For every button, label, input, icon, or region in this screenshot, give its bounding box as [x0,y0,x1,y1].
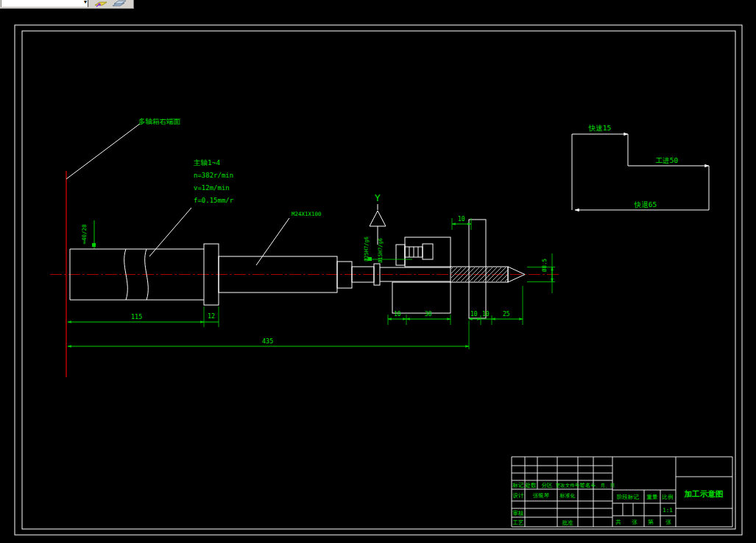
tb-rev-sign: 签名 [580,482,591,488]
section-letter: Y [375,192,381,203]
sheet-border [15,25,742,535]
spindle-note-1: 主轴1~4 [194,158,220,167]
tb-rev-zone: 分区 [542,482,554,488]
dim-38: 38 [425,311,432,318]
feed-cycle-diagram: 快速15 工进50 快退65 [572,124,709,210]
tb-scale-label: 比例 [663,494,674,500]
tb-drawing-title: 加工示意图 [684,489,724,498]
tb-scale-value: 1:1 [663,507,673,514]
face-label: 多轴箱右端面 [138,117,181,125]
tb-rev-count: 处数 [525,482,537,488]
jig-bottom-block [392,282,451,313]
dropdown-caret-icon[interactable]: ▾ [84,0,87,6]
dim-left-bore: ≈40/28 [81,224,88,245]
clamp-bracket [396,245,405,265]
jig-top-block [405,237,451,267]
dim-435: 435 [262,337,273,345]
dim-25: 25 [503,311,510,318]
tb-sheet-unit1: 张 [632,519,637,525]
section-arrow: Y [370,192,386,245]
tb-process-label: 工艺 [513,519,525,526]
tb-design-label: 设计 [513,492,525,499]
tb-approve-label: 批准 [562,519,574,526]
spindle-note-2: n=382r/min [194,172,233,179]
drawing-canvas[interactable]: Y 多轴箱右端面 主轴1~4 n=382r/min v=12m/min f=0.… [0,0,756,543]
dim-10-b: 10 [470,311,478,318]
spindle-note-4: f=0.15mm/r [194,197,234,204]
tb-rev-date: 年、月、日 [591,483,615,488]
tb-weight-label: 重量 [647,494,659,500]
dim-drill-dia: Ø8.5 [541,259,548,272]
thread-label: M24X1X100 [292,211,322,217]
tb-sheet-no-label: 第 [648,519,654,525]
toolbar-fragment: ▾ [0,0,134,9]
dim-12: 12 [208,312,215,320]
tb-stage-mark-label: 阶段标记 [617,494,640,500]
tb-sheet-unit2: 张 [665,519,671,525]
tb-check-label: 审核 [513,510,525,516]
tb-standardization-label: 标准化 [559,493,576,499]
tb-rev-mark: 标记 [512,482,525,488]
layer-dropdown[interactable]: ▾ [1,0,88,7]
dim-10-top: 10 [458,216,465,223]
tb-sheet-total-label: 共 [615,519,621,525]
cycle-work-feed: 工进50 [656,156,679,164]
cycle-rapid-return: 快退65 [634,200,657,209]
make-object-layer-current-icon[interactable] [93,0,108,8]
screw-head [423,244,433,259]
tb-rev-docno: 更改文件号 [556,483,580,488]
spindle-note-3: v=12m/min [194,184,230,192]
annotations: 多轴箱右端面 主轴1~4 n=382r/min v=12m/min f=0.15… [138,117,322,217]
cad-application: ▾ [0,0,756,543]
dim-115: 115 [131,313,142,320]
tb-designer-name: 张银琴 [533,492,550,499]
layer-states-icon[interactable] [111,0,127,8]
dim-10-c: 10 [482,311,490,318]
leader-lines [66,124,289,265]
title-block: 标记 处数 分区 更改文件号 签名 年、月、日 设计 张银琴 标准化 审核 工艺… [512,457,732,527]
dim-10-a: 10 [394,311,401,318]
cycle-rapid-advance: 快速15 [588,124,611,132]
